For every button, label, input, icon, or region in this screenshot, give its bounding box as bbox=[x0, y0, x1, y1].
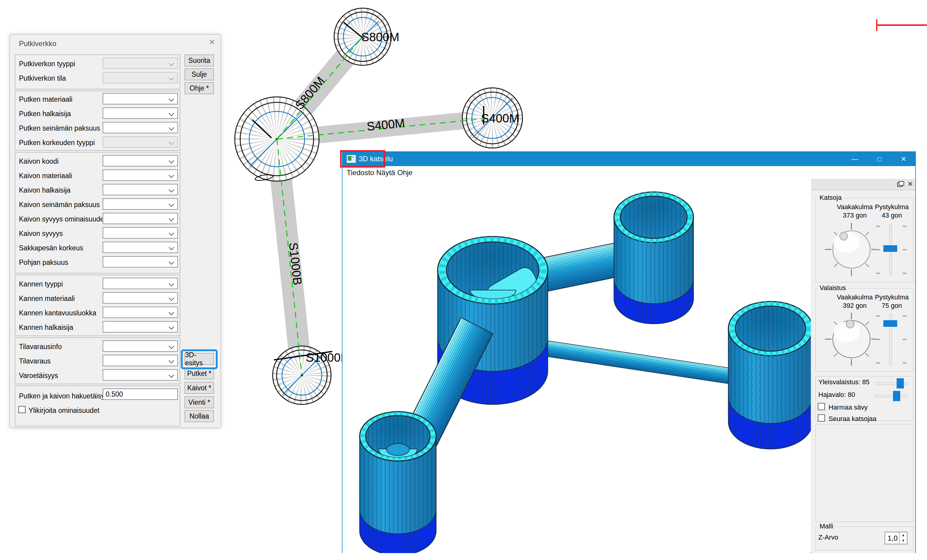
well-3d-right bbox=[728, 302, 811, 449]
row-label: Kaivon syvyys bbox=[19, 229, 63, 238]
row-label: Kaivon syvyys ominaisuudesta bbox=[19, 215, 113, 223]
putken-halkaisija-dropdown[interactable] bbox=[103, 108, 178, 119]
chevron-down-icon bbox=[169, 187, 174, 192]
putkiverkon-tyyppi-dropdown[interactable] bbox=[103, 58, 178, 69]
chevron-down-icon bbox=[169, 358, 174, 363]
tilavarausinfo-dropdown[interactable] bbox=[103, 340, 178, 352]
seuraa-katsojaa-label: Seuraa katsojaa bbox=[828, 415, 877, 423]
sulje-button[interactable]: Sulje bbox=[184, 68, 214, 80]
z-arvo-spinner[interactable]: 1,0 ▲ ▼ bbox=[884, 532, 907, 544]
row-label: Sakkapesän korkeus bbox=[19, 244, 84, 252]
putkiverkon-tila-dropdown[interactable] bbox=[103, 72, 178, 83]
hajavalo-slider-handle[interactable] bbox=[893, 391, 900, 401]
ylikirjoita-checkbox[interactable] bbox=[18, 406, 26, 413]
label-right-well: S400M bbox=[481, 112, 519, 125]
valaistus-pysty-value: 75 gon bbox=[871, 302, 913, 310]
kaivon-seinaman-paksuus-dropdown[interactable] bbox=[103, 198, 178, 210]
close-icon[interactable]: ✕ bbox=[891, 152, 916, 166]
chevron-down-icon bbox=[169, 172, 174, 178]
valaistus-rotation-dial[interactable] bbox=[825, 313, 878, 366]
kannen-halkaisija-dropdown[interactable] bbox=[103, 321, 178, 332]
row-label: Tilavarausinfo bbox=[19, 343, 62, 351]
dial-indicator-dot bbox=[846, 320, 854, 328]
dial-indicator-dot bbox=[840, 232, 848, 240]
label-top-well: S800M bbox=[361, 30, 400, 44]
row-label: Kannen kantavuusluokka bbox=[19, 309, 96, 317]
row-label: Putken seinämän paksuus bbox=[19, 124, 100, 132]
kannen-materiaali-dropdown[interactable] bbox=[103, 292, 178, 304]
row-label: Kannen halkaisija bbox=[19, 323, 73, 332]
tilavaraus-dropdown[interactable] bbox=[103, 355, 178, 366]
menu-tiedosto[interactable]: Tiedosto bbox=[347, 168, 374, 177]
annotation-red-box bbox=[340, 150, 385, 168]
well-3d-bottom bbox=[360, 412, 436, 553]
annotation-blue-box bbox=[181, 349, 217, 369]
putken-korkeuden-tyyppi-dropdown[interactable] bbox=[103, 136, 178, 148]
seuraa-katsojaa-checkbox[interactable] bbox=[818, 414, 825, 422]
row-label: Pohjan paksuus bbox=[19, 258, 68, 267]
menu-bar: Tiedosto Näytä Ohje bbox=[342, 166, 915, 179]
chevron-down-icon bbox=[169, 295, 174, 300]
spinner-up-icon[interactable]: ▲ bbox=[899, 532, 907, 538]
valaistus-group-label: Valaistus bbox=[818, 284, 848, 292]
suorita-button[interactable]: Suorita bbox=[184, 55, 214, 67]
yleisvalaistus-label: Yleisvalaistus: 85 bbox=[818, 378, 869, 386]
kannen-kantavuusluokka-dropdown[interactable] bbox=[103, 307, 178, 318]
kaivon-materiaali-dropdown[interactable] bbox=[103, 169, 178, 181]
row-label: Putken halkaisija bbox=[19, 110, 71, 118]
vienti-button[interactable]: Vienti * bbox=[184, 396, 214, 408]
spinner-down-icon[interactable]: ▼ bbox=[899, 538, 907, 543]
application-root: S800M S400M S1000B S800M S400M S1000B S8… bbox=[0, 0, 927, 560]
kaivot-button[interactable]: Kaivot * bbox=[184, 382, 214, 394]
3d-window-titlebar[interactable]: 3D katselu — □ ✕ bbox=[342, 152, 915, 166]
search-distance-input[interactable] bbox=[103, 389, 178, 400]
kaivon-syvyys-ominaisuudesta-dropdown[interactable] bbox=[103, 213, 178, 224]
row-label: Kaivon seinämän paksuus bbox=[19, 201, 100, 209]
search-distance-label: Putken ja kaivon hakuetäisyys bbox=[19, 392, 112, 400]
hajavalo-slider-track[interactable] bbox=[875, 395, 907, 398]
hajavalo-label: Hajavalo: 80 bbox=[818, 391, 855, 399]
3d-settings-panel: ✕ Katsoja Vaakakulma 373 gon Pystykulma … bbox=[812, 179, 915, 553]
chevron-down-icon bbox=[169, 125, 174, 130]
pohjan-paksuus-dropdown[interactable] bbox=[103, 256, 178, 267]
dialog-close-icon[interactable]: ✕ bbox=[208, 38, 215, 46]
row-label: Kannen materiaali bbox=[19, 294, 74, 303]
z-arvo-label: Z-Arvo bbox=[818, 534, 838, 541]
valaistus-pysty-slider-handle[interactable] bbox=[883, 320, 897, 327]
katsoja-rotation-dial[interactable] bbox=[825, 223, 878, 276]
3d-canvas[interactable] bbox=[342, 179, 811, 553]
putken-materiaali-dropdown[interactable] bbox=[103, 93, 178, 105]
kaivon-halkaisija-dropdown[interactable] bbox=[103, 184, 178, 195]
menu-ohje[interactable]: Ohje bbox=[397, 168, 413, 177]
nollaa-button[interactable]: Nollaa bbox=[184, 410, 214, 422]
harmaa-savy-checkbox[interactable] bbox=[818, 403, 825, 410]
chevron-down-icon bbox=[169, 201, 174, 207]
putket-button[interactable]: Putket * bbox=[184, 367, 214, 379]
chevron-down-icon bbox=[169, 372, 174, 378]
chevron-down-icon bbox=[169, 75, 174, 80]
katsoja-pysty-slider-handle[interactable] bbox=[883, 245, 897, 252]
ohje-button[interactable]: Ohje * bbox=[184, 82, 214, 94]
kaivon-syvyys-dropdown[interactable] bbox=[103, 227, 178, 238]
row-label: Kaivon halkaisija bbox=[19, 186, 70, 194]
chevron-down-icon bbox=[169, 343, 174, 349]
maximize-icon[interactable]: □ bbox=[867, 152, 892, 166]
close-panel-icon[interactable]: ✕ bbox=[907, 180, 913, 188]
kannen-tyyppi-dropdown[interactable] bbox=[103, 278, 178, 289]
chevron-down-icon bbox=[169, 310, 174, 315]
sakkapesan-korkeus-dropdown[interactable] bbox=[103, 241, 178, 253]
menu-nayta[interactable]: Näytä bbox=[376, 168, 395, 177]
minimize-icon[interactable]: — bbox=[842, 152, 867, 166]
putken-seinaman-paksuus-dropdown[interactable] bbox=[103, 122, 178, 133]
annotation-red-line bbox=[877, 24, 927, 26]
chevron-down-icon bbox=[169, 61, 174, 66]
valaistus-pysty-label: Pystykulma bbox=[871, 293, 913, 301]
kaivon-koodi-dropdown[interactable] bbox=[103, 155, 178, 166]
chevron-down-icon bbox=[169, 244, 174, 250]
yleisvalaistus-slider-handle[interactable] bbox=[897, 378, 904, 389]
katsoja-group-label: Katsoja bbox=[818, 194, 843, 202]
float-panel-icon-back bbox=[899, 181, 904, 186]
row-label: Kaivon koodi bbox=[19, 157, 59, 165]
malli-group-label: Malli bbox=[818, 522, 835, 530]
varoetaisyys-dropdown[interactable] bbox=[103, 369, 178, 381]
